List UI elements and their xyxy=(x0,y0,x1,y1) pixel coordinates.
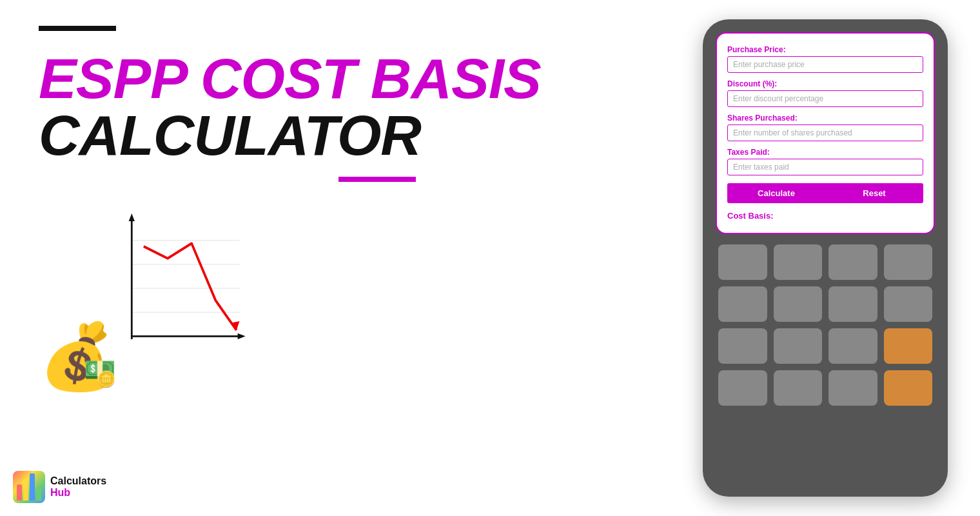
taxes-paid-input[interactable] xyxy=(727,159,923,175)
key-2[interactable] xyxy=(774,244,823,280)
right-section: Purchase Price: Discount (%): Shares Pur… xyxy=(671,0,980,516)
calculate-button[interactable]: Calculate xyxy=(727,183,825,203)
cost-basis-result: Cost Basis: xyxy=(727,210,923,221)
logo-area: Calculators Hub xyxy=(13,471,106,503)
svg-marker-8 xyxy=(238,333,246,339)
purchase-price-label: Purchase Price: xyxy=(727,45,923,54)
shares-purchased-input[interactable] xyxy=(727,124,923,141)
logo-icon xyxy=(13,471,45,503)
left-section: ESPP COST BASIS CALCULATOR � xyxy=(0,0,671,516)
discount-input[interactable] xyxy=(727,90,923,107)
key-14[interactable] xyxy=(828,370,877,406)
top-decorative-bar xyxy=(39,26,116,31)
discount-group: Discount (%): xyxy=(727,79,923,107)
key-9[interactable] xyxy=(718,328,767,364)
key-6[interactable] xyxy=(774,286,823,322)
logo-calculators-text: Calculators xyxy=(50,475,106,487)
svg-marker-6 xyxy=(129,213,135,221)
key-orange-1[interactable] xyxy=(884,328,933,364)
key-12[interactable] xyxy=(718,370,767,406)
title-espp: ESPP COST BASIS xyxy=(39,50,632,107)
key-5[interactable] xyxy=(718,286,767,322)
discount-label: Discount (%): xyxy=(727,79,923,88)
logo-text: Calculators Hub xyxy=(50,475,106,498)
title-block: ESPP COST BASIS CALCULATOR xyxy=(39,50,632,177)
action-buttons: Calculate Reset xyxy=(727,183,923,203)
taxes-paid-group: Taxes Paid: xyxy=(727,148,923,175)
coins-icon: 🪙 xyxy=(97,370,116,388)
calculator-screen: Purchase Price: Discount (%): Shares Pur… xyxy=(716,32,935,234)
key-13[interactable] xyxy=(774,370,823,406)
key-1[interactable] xyxy=(718,244,767,280)
keypad xyxy=(716,242,935,408)
logo-hub-text: Hub xyxy=(50,487,106,499)
taxes-paid-label: Taxes Paid: xyxy=(727,148,923,157)
illustration: 💰 💵 🪙 xyxy=(39,208,245,388)
key-4[interactable] xyxy=(884,244,933,280)
key-7[interactable] xyxy=(828,286,877,322)
shares-purchased-label: Shares Purchased: xyxy=(727,114,923,123)
calculator-device: Purchase Price: Discount (%): Shares Pur… xyxy=(703,19,948,497)
cost-basis-label: Cost Basis: xyxy=(727,211,774,221)
reset-button[interactable]: Reset xyxy=(825,183,923,203)
key-10[interactable] xyxy=(774,328,823,364)
shares-purchased-group: Shares Purchased: xyxy=(727,114,923,141)
purchase-price-group: Purchase Price: xyxy=(727,45,923,73)
purple-decorative-bar xyxy=(338,177,416,182)
key-11[interactable] xyxy=(828,328,877,364)
key-3[interactable] xyxy=(828,244,877,280)
key-8[interactable] xyxy=(884,286,933,322)
purchase-price-input[interactable] xyxy=(727,56,923,73)
title-calculator: CALCULATOR xyxy=(39,107,632,164)
key-orange-2[interactable] xyxy=(884,370,933,406)
